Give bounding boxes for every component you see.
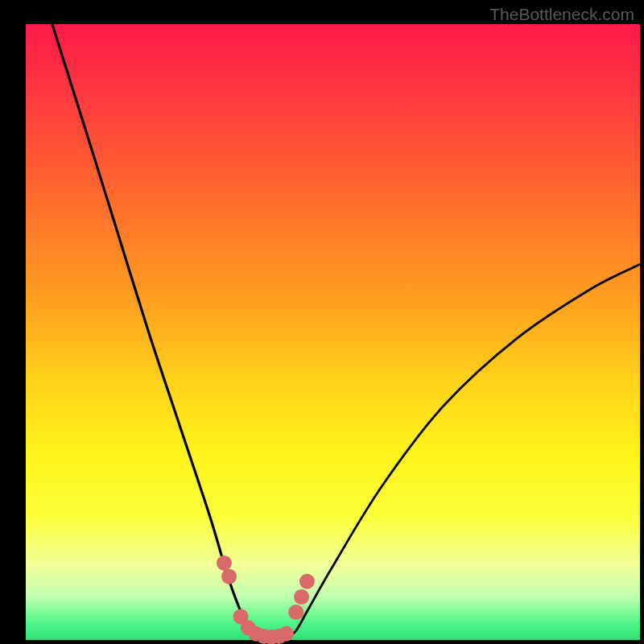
valley-marker [221, 569, 237, 584]
valley-marker [279, 626, 294, 642]
watermark-text: TheBottleneck.com [489, 5, 634, 24]
valley-marker [294, 589, 309, 605]
valley-marker [288, 605, 303, 620]
valley-marker [217, 555, 232, 571]
valley-marker [299, 574, 315, 589]
bottleneck-chart [0, 0, 644, 644]
chart-plot-bg [26, 24, 640, 640]
